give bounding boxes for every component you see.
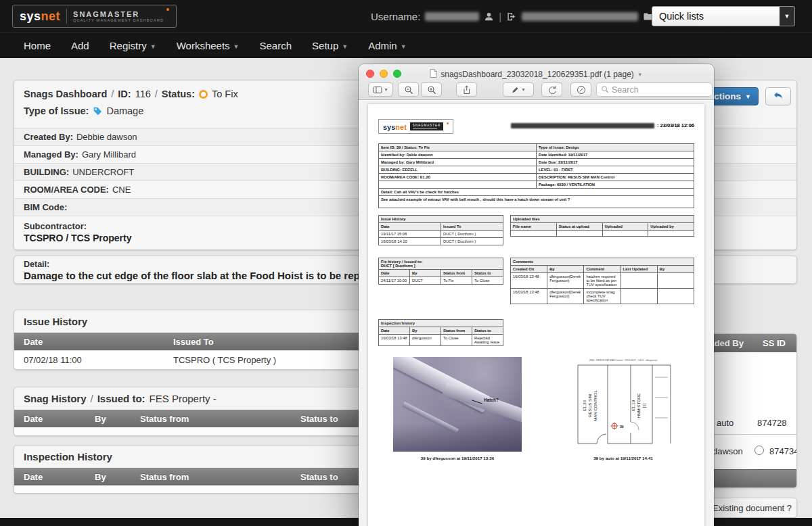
photo-caption: 39 by dfergusson at 19/11/2017 13:36 [421,456,494,460]
zoom-out-button[interactable] [398,82,419,97]
pdf-figures: Hatch? 39 by dfergusson at 19/11/2017 13… [378,357,694,460]
pdf-preview-window: snagsDashboard_23032018_120629351.pdf (1… [359,64,714,526]
logo-divider [66,9,67,24]
window-titlebar[interactable]: snagsDashboard_23032018_120629351.pdf (1… [359,64,714,100]
markup-pen-button[interactable]: ▼ [503,82,534,97]
quick-lists-dropdown[interactable]: Quick lists ▼ [652,6,795,26]
logout-icon[interactable] [506,11,517,22]
rotate-button[interactable] [541,82,562,97]
snag-photo-figure: Hatch? 39 by dfergusson at 19/11/2017 13… [393,357,522,460]
col-date: Date [24,337,173,347]
sidebar-view-icon [373,86,382,94]
nav-item-setup[interactable]: Setup▼ [312,40,348,51]
pdf-band-3: Inspection history Date By Status from S… [378,319,694,346]
cell-uploaded-by: auto [717,418,734,428]
main-nav: Home Add Registry▼ Worksheets▼ Search Se… [0,32,812,58]
window-title: snagsDashboard_23032018_120629351.pdf (1… [359,69,714,80]
logo-net-text: net [41,9,61,24]
pdf-timestamp: : 23/03/18 12:06 [657,122,694,128]
pdf-info-table: Item ID: 39 / Status: To FixType of Issu… [378,143,694,208]
annotate-circle-icon [577,85,586,95]
id-label: ID: [118,89,131,99]
back-button[interactable] [765,87,791,105]
cell-date: 07/02/18 11:00 [24,355,173,365]
redacted-account-text [522,12,638,21]
col-by: By [95,414,140,424]
photo-shadow [393,423,522,452]
pdf-detail-line2: See attached example of extract VAV with… [379,196,694,208]
col-status-from: Status from [140,472,300,482]
chevron-down-icon: ▼ [150,43,156,50]
pdf-search-field[interactable] [596,82,713,97]
pdf-comments-table: Comments Created On By Comment Last Upda… [510,258,694,304]
markup-toolbar-button[interactable] [570,82,591,97]
pdf-uploaded-files-table: Uploaded files File name Status at uploa… [510,215,694,237]
pdf-page: sysnet SNAGMASTER : 23/03/18 12:06 Item … [368,104,704,526]
plan-room1-name1: RESUS SIM [587,394,592,417]
nav-item-registry[interactable]: Registry▼ [110,40,156,51]
plan-room2-name2: [1] [641,403,646,408]
search-icon [601,84,609,96]
nav-item-search[interactable]: Search [260,40,292,51]
id-value: 116 [135,89,151,99]
document-icon [430,69,437,80]
photo-annotation: Hatch? [484,398,499,402]
snag-photo: Hatch? [393,357,522,452]
reply-arrow-icon [772,90,784,103]
cell-ss-id: 874734 [769,446,797,456]
logo-badge-subtitle: QUALITY MANAGEMENT DASHBOARD [73,18,164,22]
plan-room2-name1: HNM STORE [636,393,641,418]
col-date: Date [24,472,95,482]
quick-lists-value: Quick lists [652,11,780,22]
pdf-band-2: Fix history / Issued to:DUCT [ Ductform … [378,258,694,304]
plan-room2-code: E1.19 [631,400,635,411]
view-mode-button[interactable]: ▼ [368,82,393,97]
share-button[interactable] [456,82,477,97]
type-of-issue-label: Type of Issue: [24,105,89,116]
pdf-viewport[interactable]: sysnet SNAGMASTER : 23/03/18 12:06 Item … [359,101,714,526]
plan-room1-name2: MAN CONTROL [593,390,597,421]
pdf-detail-line1: Detail: Can all VAV's be check for hatch… [379,189,694,196]
search-input[interactable] [612,85,700,95]
nav-item-home[interactable]: Home [24,40,51,51]
preview-toolbar: ▼ [364,82,708,98]
status-value: To Fix [212,89,238,99]
pdf-issue-history-table: Issue History DateIssued To 19/11/17 15:… [378,215,503,245]
sysnet-logo[interactable]: sysnet SNAGMASTER QUALITY MANAGEMENT DAS… [12,5,177,28]
col-issued-to: Issued To [173,337,214,347]
zoom-out-icon [404,85,413,95]
redacted-project-title [511,123,654,128]
document-select-radio[interactable] [754,446,764,455]
pdf-band-1: Issue History DateIssued To 19/11/17 15:… [378,215,694,245]
caret-down-icon: ▼ [745,93,751,100]
cell-ss-id: 874728 [757,418,786,428]
plan-caption: 39 by auto at 19/11/2017 14:41 [593,456,653,460]
cell-uploaded-by: dawson [713,446,743,456]
nav-item-add[interactable]: Add [71,40,89,51]
status-label: Status: [162,89,195,99]
share-icon [462,85,471,95]
nav-item-admin[interactable]: Admin▼ [368,40,406,51]
user-area: Username: | [371,0,654,32]
dropdown-arrow-icon: ▼ [780,7,794,26]
zoom-in-icon [427,85,436,95]
floor-plan: 2860 - RESUS SIM MAN Control - 19/11/201… [572,357,674,452]
rotate-icon [547,85,557,94]
chevron-down-icon: ▼ [342,43,348,50]
title-chevron-icon[interactable]: ▼ [637,72,643,78]
redacted-username [425,12,479,21]
col-ss-id: SS ID [763,338,786,348]
type-of-issue-value: Damage [106,105,143,116]
plan-room1-code: E1.20 [582,400,587,411]
col-date: Date [24,414,95,424]
chevron-down-icon: ▼ [384,87,388,92]
logo-orange-dot [166,8,169,11]
chevron-down-icon: ▼ [233,43,240,50]
separator: / [91,393,93,404]
pdf-sysnet-logo: sysnet SNAGMASTER [378,119,453,134]
zoom-in-button[interactable] [421,82,442,97]
cell-issued-to: TCSPRO ( TCS Property ) [173,355,276,365]
person-icon [484,11,494,22]
col-by: By [95,472,140,482]
nav-item-worksheets[interactable]: Worksheets▼ [177,40,240,51]
